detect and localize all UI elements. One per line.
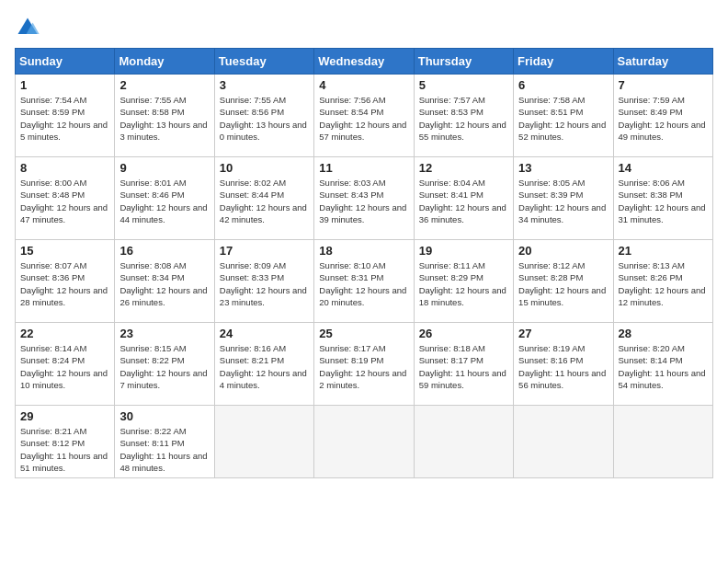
calendar: SundayMondayTuesdayWednesdayThursdayFrid…: [15, 48, 713, 478]
day-info: Sunrise: 8:15 AMSunset: 8:22 PMDaylight:…: [119, 342, 209, 391]
day-number: 28: [619, 327, 708, 340]
day-number: 9: [119, 161, 209, 175]
day-number: 21: [619, 244, 708, 258]
day-info: Sunrise: 8:18 AMSunset: 8:17 PMDaylight:…: [419, 342, 508, 391]
day-number: 29: [20, 409, 109, 423]
day-info: Sunrise: 8:08 AMSunset: 8:34 PMDaylight:…: [119, 259, 209, 308]
day-info: Sunrise: 7:54 AMSunset: 8:59 PMDaylight:…: [20, 94, 109, 143]
calendar-cell: 17Sunrise: 8:09 AMSunset: 8:33 PMDayligh…: [214, 240, 313, 323]
day-info: Sunrise: 8:04 AMSunset: 8:41 PMDaylight:…: [419, 177, 508, 225]
weekday-header-row: SundayMondayTuesdayWednesdayThursdayFrid…: [16, 49, 713, 75]
calendar-cell: 23Sunrise: 8:15 AMSunset: 8:22 PMDayligh…: [115, 323, 214, 406]
day-number: 16: [119, 244, 209, 258]
day-number: 12: [419, 161, 508, 175]
day-info: Sunrise: 7:59 AMSunset: 8:49 PMDaylight:…: [619, 94, 708, 143]
weekday-header-wednesday: Wednesday: [314, 49, 414, 75]
calendar-cell: 8Sunrise: 8:00 AMSunset: 8:48 PMDaylight…: [16, 157, 115, 240]
day-info: Sunrise: 8:13 AMSunset: 8:26 PMDaylight:…: [619, 259, 708, 308]
day-number: 2: [119, 78, 209, 92]
calendar-cell: 28Sunrise: 8:20 AMSunset: 8:14 PMDayligh…: [613, 323, 712, 406]
day-info: Sunrise: 8:05 AMSunset: 8:39 PMDaylight:…: [518, 177, 608, 225]
calendar-cell: 15Sunrise: 8:07 AMSunset: 8:36 PMDayligh…: [16, 240, 115, 323]
day-number: 8: [20, 161, 109, 175]
calendar-cell: 24Sunrise: 8:16 AMSunset: 8:21 PMDayligh…: [214, 323, 313, 406]
day-info: Sunrise: 8:07 AMSunset: 8:36 PMDaylight:…: [20, 259, 109, 308]
day-info: Sunrise: 8:03 AMSunset: 8:43 PMDaylight:…: [319, 177, 408, 225]
day-number: 11: [319, 161, 408, 175]
calendar-cell: 5Sunrise: 7:57 AMSunset: 8:53 PMDaylight…: [414, 75, 513, 157]
calendar-cell: 25Sunrise: 8:17 AMSunset: 8:19 PMDayligh…: [314, 323, 414, 406]
day-info: Sunrise: 8:10 AMSunset: 8:31 PMDaylight:…: [319, 259, 408, 308]
day-number: 3: [220, 78, 309, 92]
day-number: 4: [319, 78, 408, 92]
week-row-2: 8Sunrise: 8:00 AMSunset: 8:48 PMDaylight…: [16, 157, 713, 240]
calendar-cell: [414, 406, 513, 478]
day-info: Sunrise: 8:14 AMSunset: 8:24 PMDaylight:…: [20, 342, 109, 391]
week-row-5: 29Sunrise: 8:21 AMSunset: 8:12 PMDayligh…: [16, 406, 713, 478]
calendar-cell: 19Sunrise: 8:11 AMSunset: 8:29 PMDayligh…: [414, 240, 513, 323]
calendar-cell: 4Sunrise: 7:56 AMSunset: 8:54 PMDaylight…: [314, 75, 414, 157]
calendar-cell: 3Sunrise: 7:55 AMSunset: 8:56 PMDaylight…: [214, 75, 313, 157]
day-number: 27: [518, 327, 608, 340]
weekday-header-tuesday: Tuesday: [214, 49, 313, 75]
weekday-header-sunday: Sunday: [16, 49, 115, 75]
day-info: Sunrise: 7:55 AMSunset: 8:58 PMDaylight:…: [119, 94, 209, 143]
day-number: 1: [20, 78, 109, 92]
calendar-cell: 20Sunrise: 8:12 AMSunset: 8:28 PMDayligh…: [514, 240, 613, 323]
calendar-cell: 1Sunrise: 7:54 AMSunset: 8:59 PMDaylight…: [16, 75, 115, 157]
day-info: Sunrise: 7:57 AMSunset: 8:53 PMDaylight:…: [419, 94, 508, 143]
day-info: Sunrise: 8:02 AMSunset: 8:44 PMDaylight:…: [220, 177, 309, 225]
day-number: 24: [220, 327, 309, 340]
logo-icon: [15, 15, 40, 40]
day-number: 22: [20, 327, 109, 340]
day-number: 6: [518, 78, 608, 92]
week-row-3: 15Sunrise: 8:07 AMSunset: 8:36 PMDayligh…: [16, 240, 713, 323]
logo: [15, 15, 44, 40]
day-info: Sunrise: 8:12 AMSunset: 8:28 PMDaylight:…: [518, 259, 608, 308]
calendar-cell: 2Sunrise: 7:55 AMSunset: 8:58 PMDaylight…: [115, 75, 214, 157]
day-number: 15: [20, 244, 109, 258]
calendar-cell: 27Sunrise: 8:19 AMSunset: 8:16 PMDayligh…: [514, 323, 613, 406]
day-info: Sunrise: 8:21 AMSunset: 8:12 PMDaylight:…: [20, 425, 109, 474]
calendar-cell: 14Sunrise: 8:06 AMSunset: 8:38 PMDayligh…: [613, 157, 712, 240]
calendar-cell: [214, 406, 313, 478]
calendar-cell: [613, 406, 712, 478]
calendar-cell: 29Sunrise: 8:21 AMSunset: 8:12 PMDayligh…: [16, 406, 115, 478]
day-info: Sunrise: 8:11 AMSunset: 8:29 PMDaylight:…: [419, 259, 508, 308]
calendar-cell: 30Sunrise: 8:22 AMSunset: 8:11 PMDayligh…: [115, 406, 214, 478]
day-number: 10: [220, 161, 309, 175]
day-info: Sunrise: 8:19 AMSunset: 8:16 PMDaylight:…: [518, 342, 608, 391]
page-header: [15, 15, 713, 40]
day-info: Sunrise: 8:17 AMSunset: 8:19 PMDaylight:…: [319, 342, 408, 391]
calendar-cell: 18Sunrise: 8:10 AMSunset: 8:31 PMDayligh…: [314, 240, 414, 323]
day-number: 25: [319, 327, 408, 340]
day-info: Sunrise: 8:22 AMSunset: 8:11 PMDaylight:…: [119, 425, 209, 474]
calendar-cell: [514, 406, 613, 478]
day-number: 23: [119, 327, 209, 340]
calendar-cell: 9Sunrise: 8:01 AMSunset: 8:46 PMDaylight…: [115, 157, 214, 240]
weekday-header-thursday: Thursday: [414, 49, 513, 75]
day-info: Sunrise: 8:01 AMSunset: 8:46 PMDaylight:…: [119, 177, 209, 225]
calendar-cell: 16Sunrise: 8:08 AMSunset: 8:34 PMDayligh…: [115, 240, 214, 323]
day-number: 13: [518, 161, 608, 175]
calendar-cell: 11Sunrise: 8:03 AMSunset: 8:43 PMDayligh…: [314, 157, 414, 240]
day-number: 14: [619, 161, 708, 175]
week-row-4: 22Sunrise: 8:14 AMSunset: 8:24 PMDayligh…: [16, 323, 713, 406]
calendar-cell: 21Sunrise: 8:13 AMSunset: 8:26 PMDayligh…: [613, 240, 712, 323]
day-number: 7: [619, 78, 708, 92]
week-row-1: 1Sunrise: 7:54 AMSunset: 8:59 PMDaylight…: [16, 75, 713, 157]
day-number: 20: [518, 244, 608, 258]
day-info: Sunrise: 7:58 AMSunset: 8:51 PMDaylight:…: [518, 94, 608, 143]
day-number: 17: [220, 244, 309, 258]
calendar-cell: 6Sunrise: 7:58 AMSunset: 8:51 PMDaylight…: [514, 75, 613, 157]
weekday-header-saturday: Saturday: [613, 49, 712, 75]
day-number: 19: [419, 244, 508, 258]
calendar-cell: 26Sunrise: 8:18 AMSunset: 8:17 PMDayligh…: [414, 323, 513, 406]
day-info: Sunrise: 8:20 AMSunset: 8:14 PMDaylight:…: [619, 342, 708, 391]
calendar-cell: 10Sunrise: 8:02 AMSunset: 8:44 PMDayligh…: [214, 157, 313, 240]
calendar-cell: 22Sunrise: 8:14 AMSunset: 8:24 PMDayligh…: [16, 323, 115, 406]
day-info: Sunrise: 8:09 AMSunset: 8:33 PMDaylight:…: [220, 259, 309, 308]
day-info: Sunrise: 8:00 AMSunset: 8:48 PMDaylight:…: [20, 177, 109, 225]
day-info: Sunrise: 7:55 AMSunset: 8:56 PMDaylight:…: [220, 94, 309, 143]
day-number: 18: [319, 244, 408, 258]
